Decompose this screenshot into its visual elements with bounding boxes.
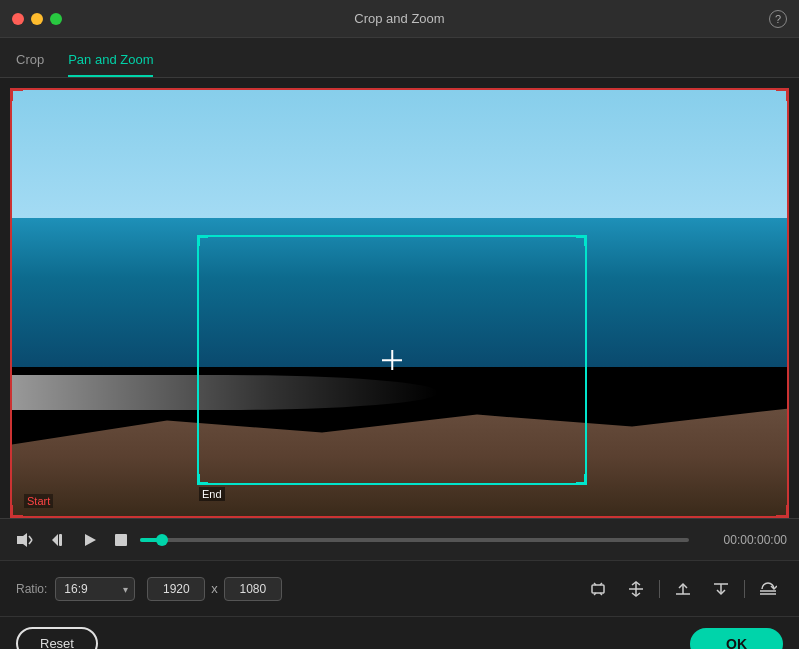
height-input[interactable] — [224, 577, 282, 601]
volume-button[interactable] — [12, 529, 38, 551]
tabs-bar: Crop Pan and Zoom — [0, 38, 799, 78]
ok-button[interactable]: OK — [690, 628, 783, 650]
svg-rect-6 — [115, 534, 127, 546]
stop-button[interactable] — [110, 530, 132, 550]
settings-bar: Ratio: 16:9 4:3 1:1 9:16 Custom x — [0, 560, 799, 616]
align-right-button[interactable] — [706, 576, 736, 602]
expand-icon-button[interactable] — [621, 576, 651, 602]
transform-icons — [583, 576, 783, 602]
dimension-separator: x — [211, 581, 218, 596]
maximize-button[interactable] — [50, 13, 62, 25]
tab-pan-zoom[interactable]: Pan and Zoom — [68, 44, 153, 77]
frame-corner-tl — [11, 89, 23, 101]
svg-line-2 — [29, 540, 32, 544]
ratio-label: Ratio: — [16, 582, 47, 596]
close-button[interactable] — [12, 13, 24, 25]
svg-line-1 — [29, 536, 32, 540]
svg-marker-3 — [52, 534, 58, 546]
align-left-button[interactable] — [668, 576, 698, 602]
foam-bg — [12, 375, 438, 409]
app-title: Crop and Zoom — [354, 11, 444, 26]
frame-corner-br — [776, 505, 788, 517]
svg-rect-4 — [59, 534, 62, 546]
width-input[interactable] — [147, 577, 205, 601]
svg-marker-0 — [17, 533, 27, 547]
frame-corner-tr — [776, 89, 788, 101]
separator-2 — [744, 580, 745, 598]
window-controls — [12, 13, 62, 25]
tab-crop[interactable]: Crop — [16, 44, 44, 77]
rotate-icon-button[interactable] — [753, 576, 783, 602]
timecode-display: 00:00:00:00 — [697, 533, 787, 547]
progress-thumb[interactable] — [156, 534, 168, 546]
video-preview: End Start — [10, 88, 789, 518]
ratio-select[interactable]: 16:9 4:3 1:1 9:16 Custom — [55, 577, 135, 601]
fit-icon-button[interactable] — [583, 576, 613, 602]
ratio-select-wrap[interactable]: 16:9 4:3 1:1 9:16 Custom — [55, 577, 135, 601]
skip-back-button[interactable] — [46, 529, 70, 551]
frame-corner-bl — [11, 505, 23, 517]
progress-bar[interactable] — [140, 538, 689, 542]
titlebar: Crop and Zoom ? — [0, 0, 799, 38]
footer-bar: Reset OK — [0, 616, 799, 649]
reset-button[interactable]: Reset — [16, 627, 98, 649]
separator — [659, 580, 660, 598]
svg-rect-7 — [592, 585, 604, 593]
controls-bar: 00:00:00:00 — [0, 518, 799, 560]
dimension-group: x — [147, 577, 282, 601]
svg-marker-5 — [85, 534, 96, 546]
help-button[interactable]: ? — [769, 10, 787, 28]
play-button[interactable] — [78, 529, 102, 551]
start-label: Start — [24, 494, 53, 508]
minimize-button[interactable] — [31, 13, 43, 25]
ratio-group: Ratio: 16:9 4:3 1:1 9:16 Custom — [16, 577, 135, 601]
